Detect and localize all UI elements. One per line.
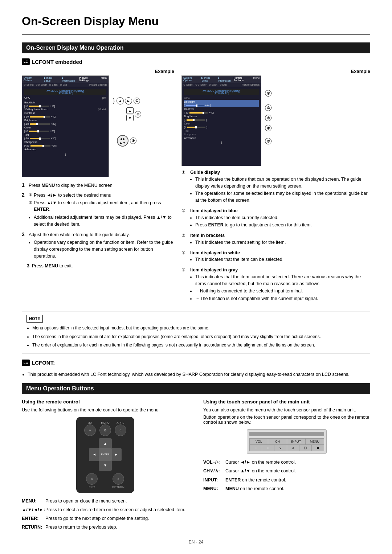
touch-arrow-up[interactable]: ∧: [287, 445, 299, 451]
touch-panel: VOL CH INPUT MENU − + ∨ ∧ ⊡ ■: [247, 429, 327, 454]
touch-top-bar: [249, 432, 324, 436]
page-number: EN - 24: [22, 539, 370, 545]
menu-nav-bar: ⊙ Select ⊙⊙ Enter ⊙ Back ⊙ Exit Picture …: [22, 83, 109, 87]
note-item-1: Menu options differ in the selected inpu…: [32, 325, 366, 332]
btn-exit[interactable]: ○: [86, 473, 98, 485]
lcfont-text: This product is embedded with LC Font te…: [28, 371, 370, 378]
menu-content-right: AV MODE [Changing Pic.Quality][STANDARD]…: [182, 87, 261, 146]
touch-desc-2: Button operations on the touch sensor pa…: [203, 415, 370, 425]
btn-menu[interactable]: ⊙: [99, 424, 111, 436]
remote-control-container: 3D ○ MENU ⊙ APPS ○ ▲ ▼ ◄: [22, 417, 189, 497]
menu-content-left: AV MODE [Changing Pic.Quality][STANDARD]…: [22, 87, 109, 158]
touch-buttons-row: VOL CH INPUT MENU: [249, 438, 324, 445]
btn-3d[interactable]: ○: [84, 424, 96, 436]
callout-item-3: ③ Item in brackets This indicates the cu…: [181, 232, 370, 247]
dpad-down[interactable]: ▼: [99, 460, 112, 471]
touch-btn-ch[interactable]: CH: [268, 439, 287, 444]
step-final: 3 Press MENU to exit.: [27, 263, 174, 268]
key-table: MENU: Press to open or close the menu sc…: [22, 497, 189, 531]
callout-marker-3: ③: [265, 115, 271, 121]
note-label: NOTE: [26, 315, 43, 323]
step-2: 2 ① Press ◄/► to select the desired menu…: [22, 192, 174, 229]
nav-arrows-left: } ◄ ► ① ▲ ▼ ② ◄►▲▼: [112, 75, 141, 147]
section1-header: On-Screen Display Menu Operation: [22, 42, 370, 53]
dpad-up[interactable]: ▲: [99, 438, 112, 449]
key-row-return: RETURN: Press to return to the previous …: [22, 524, 189, 531]
section2-header: Menu Operation Buttons: [22, 383, 370, 394]
vol-ch-section: VOL−/+: Cursor ◄/► on the remote control…: [203, 458, 370, 493]
menu-screen-container: System Options ▶ Initial Setup ℹ Informa…: [22, 75, 174, 177]
menu-nav-bar-right: ⊙ Select ⊙⊙ Enter ⊙ Back ⊙ Exit Picture …: [182, 83, 261, 87]
key-row-enter: ENTER: Press to go to the next step or c…: [22, 515, 189, 522]
btn-apps[interactable]: ○: [115, 424, 126, 436]
callout-numbers-col: ① ② ③ ④ ⑤: [265, 75, 271, 152]
remote-col: Using the remote control Use the followi…: [22, 399, 189, 532]
touch-arrow-select[interactable]: ⊡: [299, 445, 312, 451]
callout-item-1: ① Guide display This indicates the butto…: [181, 169, 370, 205]
touch-arrow-plus[interactable]: +: [262, 445, 274, 451]
touch-btn-vol[interactable]: VOL: [250, 439, 268, 444]
lcfont-label-2: LC LCFONT:: [22, 358, 370, 367]
vol-row-menu: MENU: MENU on the remote control.: [203, 485, 370, 493]
remote-control: 3D ○ MENU ⊙ APPS ○ ▲ ▼ ◄: [76, 417, 134, 493]
touch-arrows-row: − + ∨ ∧ ⊡ ■: [249, 445, 324, 451]
page-title: On-Screen Display Menu: [22, 15, 370, 28]
menu-op-cols: Using the remote control Use the followi…: [22, 399, 370, 532]
example-label-left: Example: [22, 69, 174, 74]
callout-list: ① Guide display This indicates the butto…: [181, 169, 370, 303]
remote-col-title: Using the remote control: [22, 399, 189, 405]
callout-marker-5: ⑤: [265, 138, 271, 144]
callout-marker-2: ②: [265, 104, 271, 111]
lcfont-section: LC LCFONT: This product is embedded with…: [22, 358, 370, 378]
vol-row-ch: CH∨/∧: Cursor ▲/▼ on the remote control.: [203, 467, 370, 475]
dpad-left[interactable]: ◄: [89, 448, 100, 461]
left-panel: Example System Options ▶ Initial Setup ℹ…: [22, 69, 174, 306]
menu-screen-right: System Options ▶ Initial Setup ℹ Informa…: [181, 75, 261, 166]
btn-return[interactable]: ○: [113, 473, 124, 485]
steps-list: 1 Press MENU to display the MENU screen.…: [22, 182, 174, 260]
callout-item-4: ④ Item displayed in white This indicates…: [181, 250, 370, 264]
key-row-arrows: ▲/▼/◄/►: Press to select a desired item …: [22, 506, 189, 513]
right-panel: Example System Options ▶ Initial Setup ℹ…: [181, 69, 370, 306]
menu-screen-left: System Options ▶ Initial Setup ℹ Informa…: [22, 75, 109, 177]
callout-item-2: ② Item displayed in blue This indicates …: [181, 208, 370, 229]
menu-top-bar: System Options ▶ Initial Setup ℹ Informa…: [22, 76, 109, 83]
vol-row-input: INPUT: ENTER on the remote control.: [203, 476, 370, 484]
note-item-3: The order of explanations for each menu …: [32, 342, 366, 349]
right-example-container: System Options ▶ Initial Setup ℹ Informa…: [181, 75, 370, 166]
touch-arrow-stop[interactable]: ■: [312, 445, 324, 451]
step-3: 3 Adjust the item while referring to the…: [22, 231, 174, 260]
callout-item-5: ⑤ Item displayed in gray This indicates …: [181, 267, 370, 303]
lcfont-icon: LC: [22, 58, 30, 65]
vol-row-vol: VOL−/+: Cursor ◄/► on the remote control…: [203, 458, 370, 467]
remote-desc: Use the following buttons on the remote …: [22, 407, 189, 413]
remote-top-row: 3D ○ MENU ⊙ APPS ○: [84, 421, 126, 436]
touch-desc-1: You can also operate the menu with the t…: [203, 407, 370, 413]
callout-marker-1: ①: [265, 90, 271, 97]
operation-section: Example System Options ▶ Initial Setup ℹ…: [22, 69, 370, 306]
touch-btn-input[interactable]: INPUT: [287, 439, 306, 444]
note-box: NOTE Menu options differ in the selected…: [22, 312, 370, 353]
step-1: 1 Press MENU to display the MENU screen.: [22, 182, 174, 189]
remote-bottom-row: ○ EXIT ○ RETURN: [86, 473, 124, 489]
touch-btn-menu[interactable]: MENU: [306, 439, 324, 444]
example-label-right: Example: [181, 69, 370, 74]
touch-col: Using the touch sensor panel of the main…: [203, 399, 370, 532]
menu-top-bar-right: System Options ▶ Initial Setup ℹ Informa…: [182, 76, 261, 83]
key-row-menu: MENU: Press to open or close the menu sc…: [22, 497, 189, 505]
callout-marker-4: ④: [265, 125, 271, 131]
dpad-enter[interactable]: ENTER: [99, 448, 112, 461]
touch-arrow-minus[interactable]: −: [250, 445, 262, 451]
note-item-2: The screens in the operation manual are …: [32, 333, 366, 340]
touch-arrow-down[interactable]: ∨: [274, 445, 287, 451]
lcfont-label: LC LCFONT embedded: [22, 58, 370, 65]
lcfont-icon-2: LC: [22, 360, 30, 366]
dpad-right[interactable]: ►: [111, 448, 122, 461]
dpad: ▲ ▼ ◄ ► ENTER: [89, 438, 122, 471]
touch-col-title: Using the touch sensor panel of the main…: [203, 399, 370, 405]
note-list: Menu options differ in the selected inpu…: [32, 325, 366, 349]
